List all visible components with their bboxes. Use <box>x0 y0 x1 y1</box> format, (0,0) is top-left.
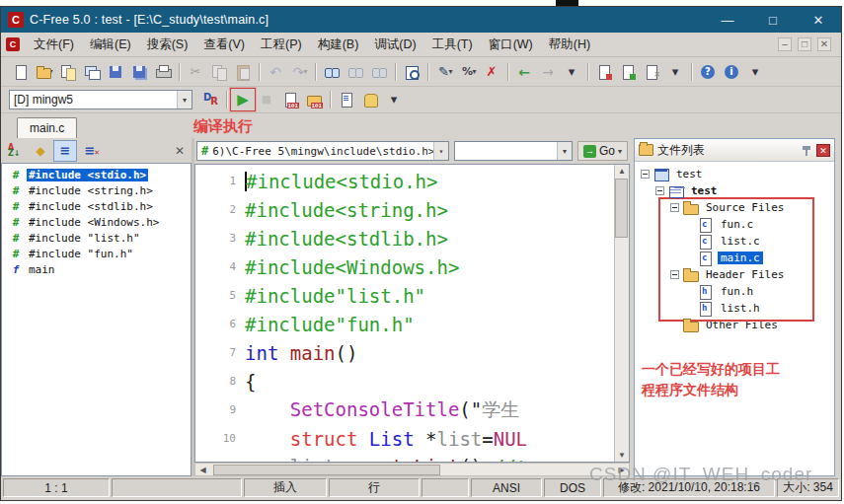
tree-item[interactable]: fun.h <box>635 283 834 300</box>
list-view-button[interactable]: ≡ <box>53 140 77 162</box>
menu-item-5[interactable]: 构建(B) <box>310 34 367 56</box>
quick-search-combo[interactable]: ▾ <box>454 141 573 161</box>
tab-main-c[interactable]: main.c <box>17 117 77 138</box>
replace-button[interactable]: ✎▾ <box>432 61 456 83</box>
run-button[interactable]: ▶ <box>231 89 255 110</box>
close-button[interactable]: ✕ <box>796 7 841 33</box>
build-button[interactable] <box>302 89 326 110</box>
tree-expander-icon[interactable] <box>670 203 679 212</box>
go-button[interactable]: → Go ▾ <box>577 141 628 161</box>
maximize-button[interactable]: □ <box>750 7 796 33</box>
mdi-restore-button[interactable]: □ <box>798 37 811 51</box>
toolbar-separator <box>259 63 260 81</box>
code-line: 6#include"fun.h" <box>195 310 614 338</box>
new-file-button[interactable] <box>9 61 33 83</box>
compile-button[interactable] <box>278 89 302 110</box>
pause-button[interactable] <box>358 89 382 110</box>
search-scope-button[interactable]: %▾ <box>456 61 480 83</box>
panel-close-icon[interactable]: ✕ <box>816 144 830 157</box>
chevron-down-icon[interactable]: ▾ <box>557 142 572 160</box>
tree-expander-icon[interactable] <box>670 270 679 279</box>
chevron-down-icon[interactable]: ▾ <box>433 142 448 160</box>
scroll-down-icon[interactable]: ▼ <box>618 451 626 460</box>
compile-file-button[interactable] <box>592 61 616 83</box>
tree-item[interactable]: Header Files <box>635 266 834 283</box>
find-in-files-button[interactable] <box>400 61 423 83</box>
stop-file-button[interactable] <box>640 61 663 83</box>
window-controls: — □ ✕ <box>705 7 841 33</box>
insert-mode: 插入 <box>244 478 327 497</box>
menu-item-1[interactable]: 编辑(E) <box>82 34 139 56</box>
build-config-combo[interactable]: [D] mingw5 ▾ <box>9 90 192 109</box>
find-button[interactable] <box>320 61 344 83</box>
save-all-button[interactable] <box>127 61 151 83</box>
tree-item[interactable]: Source Files <box>635 199 834 216</box>
save-button[interactable] <box>104 61 127 83</box>
tree-item[interactable]: test <box>635 166 834 182</box>
menu-item-8[interactable]: 窗口(W) <box>481 34 541 56</box>
include-icon: # <box>10 232 22 245</box>
tree-item[interactable]: test <box>635 182 834 199</box>
tree-expander-icon[interactable] <box>641 170 650 179</box>
cancel-search-button[interactable]: ✗ <box>480 61 503 83</box>
vertical-scroll-thumb[interactable] <box>615 179 628 238</box>
minimize-button[interactable]: — <box>705 7 750 33</box>
help-more-button[interactable]: ▾ <box>743 61 767 83</box>
menu-item-7[interactable]: 工具(T) <box>424 34 481 56</box>
chevron-down-icon[interactable]: ▾ <box>177 91 192 108</box>
menu-item-2[interactable]: 搜索(S) <box>139 34 196 56</box>
tree-item[interactable]: list.h <box>635 300 834 317</box>
open-file-button[interactable]: ▾ <box>33 61 56 83</box>
scroll-left-icon[interactable]: ◀ <box>195 466 210 474</box>
panel-close-icon[interactable]: ✕ <box>171 142 189 160</box>
nav-more-button[interactable]: ▾ <box>560 61 583 83</box>
symbol-item[interactable]: ##include "list.h" <box>2 230 191 246</box>
tree-item[interactable]: fun.c <box>635 216 834 233</box>
tree-item[interactable]: list.c <box>635 233 834 250</box>
symbol-item[interactable]: ##include <string.h> <box>2 182 191 198</box>
member-filter-button[interactable]: ≡ <box>78 140 102 162</box>
sort-group-button[interactable]: ◆ <box>29 140 52 162</box>
horizontal-scrollbar[interactable]: ◀ ▶ <box>194 463 630 476</box>
chevron-down-icon[interactable]: ▾ <box>618 147 622 156</box>
menu-item-4[interactable]: 工程(P) <box>253 34 310 56</box>
menu-item-3[interactable]: 查看(V) <box>195 34 253 56</box>
about-button[interactable]: i <box>720 61 743 83</box>
run-more-button[interactable]: ▾ <box>382 89 406 110</box>
menu-item-6[interactable]: 调试(D) <box>366 34 423 56</box>
symbol-item[interactable]: fmain <box>2 261 191 277</box>
symbol-item[interactable]: ##include <Windows.h> <box>2 214 191 230</box>
run-file-icon <box>620 64 636 80</box>
scroll-up-icon[interactable]: ▲ <box>618 167 626 176</box>
build-config-value: [D] mingw5 <box>10 93 177 107</box>
toolbar-separator <box>587 63 588 81</box>
run-file-button[interactable] <box>616 61 640 83</box>
symbol-item[interactable]: ##include <stdlib.h> <box>2 198 191 214</box>
mdi-close-button[interactable]: ✕ <box>817 37 831 51</box>
tree-item[interactable]: main.c <box>635 250 834 266</box>
menu-item-0[interactable]: 文件(F) <box>26 34 82 56</box>
rebuild-button[interactable] <box>335 89 358 110</box>
editor-body[interactable]: 1#include<stdio.h>2#include<string.h>3#i… <box>194 164 630 463</box>
menu-item-9[interactable]: 帮助(H) <box>541 34 598 56</box>
mdi-minimize-button[interactable]: – <box>778 37 792 51</box>
switch-file-button[interactable] <box>80 61 104 83</box>
symbol-nav-combo[interactable]: # 6)\C-Free 5\mingw\include\stdio.h> ▾ <box>196 141 449 161</box>
horizontal-scroll-thumb[interactable] <box>213 465 440 475</box>
symbol-item[interactable]: ##include <stdio.h> <box>2 167 191 182</box>
tree-item[interactable]: Other Files <box>635 317 834 333</box>
new-template-button[interactable] <box>56 61 80 83</box>
build-config-button[interactable] <box>198 89 222 110</box>
print-button[interactable] <box>151 61 175 83</box>
tree-expander-icon[interactable] <box>655 186 664 195</box>
code-area[interactable]: 1#include<stdio.h>2#include<string.h>3#i… <box>195 165 614 462</box>
build-more-button[interactable]: ▾ <box>663 61 687 83</box>
sort-az-button[interactable] <box>4 140 28 162</box>
code-token: = <box>336 456 346 462</box>
pin-icon[interactable] <box>801 144 812 156</box>
help-button[interactable]: ? <box>696 61 720 83</box>
symbol-item[interactable]: ##include "fun.h" <box>2 246 191 261</box>
toolbar-separator <box>507 63 508 81</box>
back-button[interactable]: ← <box>512 61 536 83</box>
find-in-files-icon <box>404 64 420 80</box>
